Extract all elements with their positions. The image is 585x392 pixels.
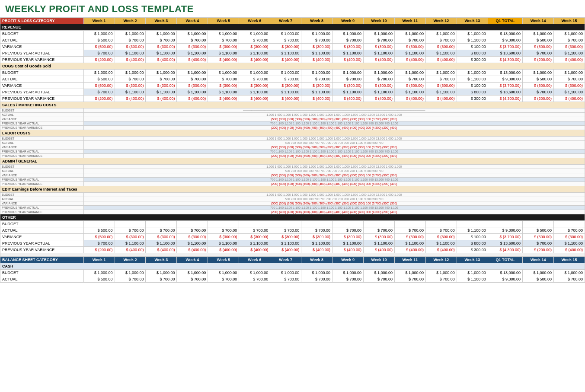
cell[interactable]: $ (300.00)	[270, 44, 301, 50]
cell[interactable]: $ 1,000.00	[146, 70, 177, 76]
cell[interactable]: $ 1,000.00	[554, 31, 585, 37]
cell[interactable]: $ 1,000.00	[208, 31, 239, 37]
cell[interactable]: $ 700.00	[332, 276, 364, 283]
cell[interactable]: $ (400.00)	[364, 247, 395, 253]
cell[interactable]	[177, 221, 208, 227]
cell[interactable]: $ (300.00)	[208, 83, 239, 89]
cell[interactable]: $ 1,000.00	[301, 270, 332, 276]
cell[interactable]: $ 1,100.00	[425, 240, 457, 247]
cell[interactable]: $ 700.00	[146, 276, 177, 283]
cell[interactable]: $ 700.00	[554, 76, 585, 83]
cell[interactable]: $ 500.00	[83, 76, 115, 83]
cell[interactable]: $ 500.00	[83, 276, 115, 283]
cell[interactable]: $ (300.00)	[332, 44, 364, 50]
cell[interactable]: $ 1,000.00	[332, 70, 364, 76]
cell[interactable]: $ (400.00)	[177, 247, 208, 253]
cell[interactable]: $ (400.00)	[301, 96, 332, 102]
cell[interactable]: $ (400.00)	[332, 96, 364, 102]
cell[interactable]: $ 1,100.00	[364, 50, 395, 57]
cell[interactable]: $ (300.00)	[146, 234, 177, 240]
cell[interactable]: $ (300.00)	[554, 234, 585, 240]
cell[interactable]: $ (300.00)	[425, 44, 457, 50]
cell[interactable]: $ (500.00)	[83, 83, 115, 89]
cell[interactable]: $ 1,000.00	[301, 31, 332, 37]
cell[interactable]: $ 1,100.00	[425, 89, 457, 96]
cell[interactable]: $ 700.00	[425, 276, 457, 283]
cell[interactable]: $ (400.00)	[425, 247, 457, 253]
cell[interactable]: $ (300.00)	[239, 83, 270, 89]
cell[interactable]: $ (400.00)	[115, 57, 146, 63]
cell[interactable]: $ (300.00)	[394, 44, 425, 50]
cell[interactable]: $ 1,100.00	[115, 240, 146, 247]
cell[interactable]: $ 1,100.00	[301, 240, 332, 247]
cell[interactable]: $ 700.00	[523, 240, 554, 247]
cell[interactable]: $ 700.00	[239, 227, 270, 234]
cell[interactable]: $ 1,100.00	[177, 50, 208, 57]
cell[interactable]: $ 1,000.00	[239, 70, 270, 76]
cell[interactable]: $ (400.00)	[270, 247, 301, 253]
cell[interactable]: $ (300.00)	[364, 83, 395, 89]
cell[interactable]: $ 1,000.00	[523, 31, 554, 37]
cell[interactable]: $ 1,100.00	[239, 240, 270, 247]
cell[interactable]: $ (400.00)	[425, 57, 457, 63]
cell[interactable]: $ 700.00	[301, 37, 332, 44]
cell[interactable]: $ (400.00)	[239, 57, 270, 63]
cell[interactable]: $ 1,000.00	[177, 31, 208, 37]
cell[interactable]: $ 9,300.00	[488, 37, 522, 44]
cell[interactable]: $ (400.00)	[208, 247, 239, 253]
cell[interactable]	[83, 221, 115, 227]
cell[interactable]: $ 800.00	[457, 240, 488, 247]
cell[interactable]: $ 700.00	[208, 76, 239, 83]
cell[interactable]: $ (200.00)	[83, 57, 115, 63]
cell[interactable]: $ 300.00	[457, 57, 488, 63]
cell[interactable]: $ 700.00	[394, 276, 425, 283]
cell[interactable]: $ 700.00	[146, 76, 177, 83]
cell[interactable]	[425, 221, 457, 227]
cell[interactable]: $ 700.00	[364, 227, 395, 234]
cell[interactable]: $ 500.00	[523, 37, 554, 44]
cell[interactable]: $ 700.00	[83, 89, 115, 96]
cell[interactable]: $ 1,100.00	[457, 37, 488, 44]
cell[interactable]: $ 1,100.00	[177, 240, 208, 247]
cell[interactable]: $ 700.00	[208, 227, 239, 234]
cell[interactable]: $ (300.00)	[239, 44, 270, 50]
cell[interactable]: $ 1,000.00	[554, 270, 585, 276]
cell[interactable]: $ (400.00)	[364, 57, 395, 63]
cell[interactable]: $ (400.00)	[270, 57, 301, 63]
cell[interactable]: $ (500.00)	[83, 44, 115, 50]
cell[interactable]: $ 100.00	[457, 44, 488, 50]
cell[interactable]: $ 1,000.00	[115, 31, 146, 37]
cell[interactable]: $ 700.00	[146, 227, 177, 234]
cell[interactable]: $ 100.00	[457, 234, 488, 240]
cell[interactable]: $ 1,000.00	[364, 270, 395, 276]
cell[interactable]: $ 1,100.00	[239, 50, 270, 57]
cell[interactable]: $ 1,000.00	[115, 270, 146, 276]
cell[interactable]: $ 500.00	[83, 37, 115, 44]
cell[interactable]: $ 700.00	[177, 227, 208, 234]
cell[interactable]: $ 1,000.00	[270, 270, 301, 276]
cell[interactable]: $ (400.00)	[177, 96, 208, 102]
cell[interactable]: $ 1,000.00	[239, 31, 270, 37]
cell[interactable]: $ 700.00	[523, 50, 554, 57]
cell[interactable]: $ (200.00)	[523, 57, 554, 63]
cell[interactable]: $ 1,100.00	[301, 89, 332, 96]
cell[interactable]: $ (400.00)	[364, 96, 395, 102]
cell[interactable]: $ 700.00	[270, 227, 301, 234]
cell[interactable]: $ (300.00)	[208, 44, 239, 50]
cell[interactable]: $ 1,100.00	[270, 89, 301, 96]
cell[interactable]: $ (400.00)	[554, 247, 585, 253]
cell[interactable]: $ (500.00)	[83, 234, 115, 240]
cell[interactable]: $ (400.00)	[208, 57, 239, 63]
cell[interactable]: $ 700.00	[364, 276, 395, 283]
cell[interactable]: $ 1,100.00	[115, 50, 146, 57]
cell[interactable]: $ 1,100.00	[332, 240, 364, 247]
cell[interactable]: $ 1,000.00	[523, 270, 554, 276]
cell[interactable]: $ 1,000.00	[83, 31, 115, 37]
cell[interactable]: $ 13,000.00	[488, 270, 522, 276]
cell[interactable]: $ (4,300.00)	[488, 247, 522, 253]
cell[interactable]: $ 1,000.00	[394, 70, 425, 76]
cell[interactable]: $ 700.00	[425, 76, 457, 83]
cell[interactable]	[488, 221, 522, 227]
cell[interactable]: $ (300.00)	[394, 234, 425, 240]
cell[interactable]: $ (300.00)	[146, 44, 177, 50]
